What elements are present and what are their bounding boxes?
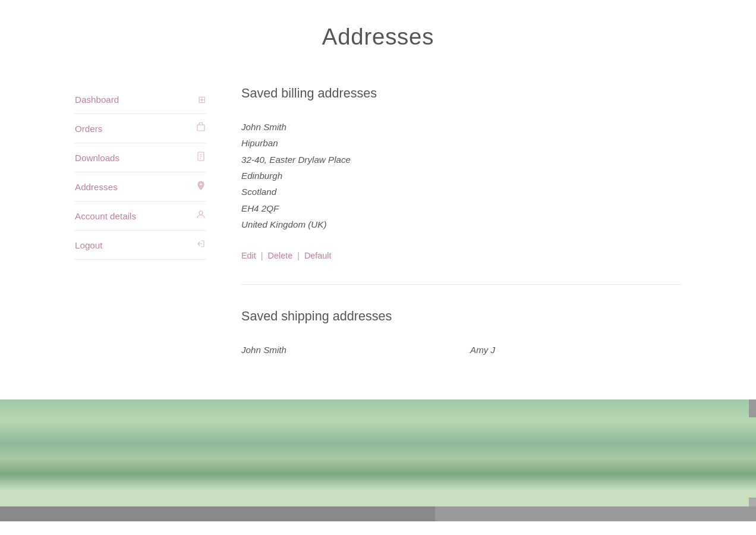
section-divider (241, 284, 681, 285)
billing-address-block: John Smith Hipurban 32-40, Easter Drylaw… (241, 119, 681, 233)
sidebar-item-addresses[interactable]: Addresses (75, 172, 206, 202)
sidebar-item-label: Account details (75, 211, 136, 221)
billing-street: 32-40, Easter Drylaw Place (241, 152, 681, 168)
svg-rect-0 (197, 125, 204, 131)
page-title: Addresses (12, 24, 744, 50)
shipping-addresses-grid: John Smith Amy J (241, 342, 681, 376)
main-layout: Dashboard ⊞ Orders Downloads Addres (51, 86, 705, 399)
delete-billing-link[interactable]: Delete (268, 251, 293, 260)
sidebar-item-label: Orders (75, 124, 102, 134)
footer-bar-right (435, 506, 756, 521)
addresses-icon (196, 181, 206, 193)
shipping-address-0: John Smith (241, 342, 452, 358)
separator-1: | (261, 251, 263, 260)
billing-region: Scotland (241, 184, 681, 200)
logout-icon (196, 239, 206, 251)
svg-point-2 (200, 184, 202, 185)
scroll-indicator[interactable] (749, 399, 756, 417)
sidebar-item-label: Logout (75, 240, 102, 250)
edit-billing-link[interactable]: Edit (241, 251, 256, 260)
downloads-icon (196, 152, 206, 163)
billing-postcode: EH4 2QF (241, 200, 681, 216)
sidebar-item-label: Dashboard (75, 95, 119, 105)
sidebar-item-logout[interactable]: Logout (75, 231, 206, 260)
shipping-section-title: Saved shipping addresses (241, 309, 681, 324)
scroll-indicator-bottom (749, 498, 756, 506)
sidebar-item-account-details[interactable]: Account details (75, 202, 206, 231)
billing-section-title: Saved billing addresses (241, 86, 681, 101)
default-billing-link[interactable]: Default (304, 251, 332, 260)
sidebar-item-downloads[interactable]: Downloads (75, 143, 206, 172)
shipping-name-0: John Smith (241, 342, 452, 358)
svg-point-3 (199, 211, 203, 215)
billing-city: Edinburgh (241, 168, 681, 184)
main-content: Saved billing addresses John Smith Hipur… (241, 86, 681, 376)
sidebar: Dashboard ⊞ Orders Downloads Addres (75, 86, 206, 376)
sidebar-item-label: Addresses (75, 182, 118, 192)
sidebar-item-label: Downloads (75, 153, 119, 163)
sidebar-item-dashboard[interactable]: Dashboard ⊞ (75, 86, 206, 114)
shipping-address-1: Amy J (470, 342, 681, 358)
footer-glitch (0, 399, 756, 506)
billing-address-actions: Edit | Delete | Default (241, 251, 681, 260)
shipping-name-1: Amy J (470, 342, 681, 358)
dashboard-icon: ⊞ (198, 94, 206, 105)
account-icon (196, 210, 206, 222)
billing-name: John Smith (241, 119, 681, 135)
orders-icon (196, 122, 206, 134)
billing-company: Hipurban (241, 135, 681, 151)
footer-bar (0, 506, 756, 521)
separator-2: | (297, 251, 300, 260)
billing-country: United Kingdom (UK) (241, 216, 681, 232)
sidebar-item-orders[interactable]: Orders (75, 114, 206, 143)
page-header: Addresses (0, 0, 756, 86)
